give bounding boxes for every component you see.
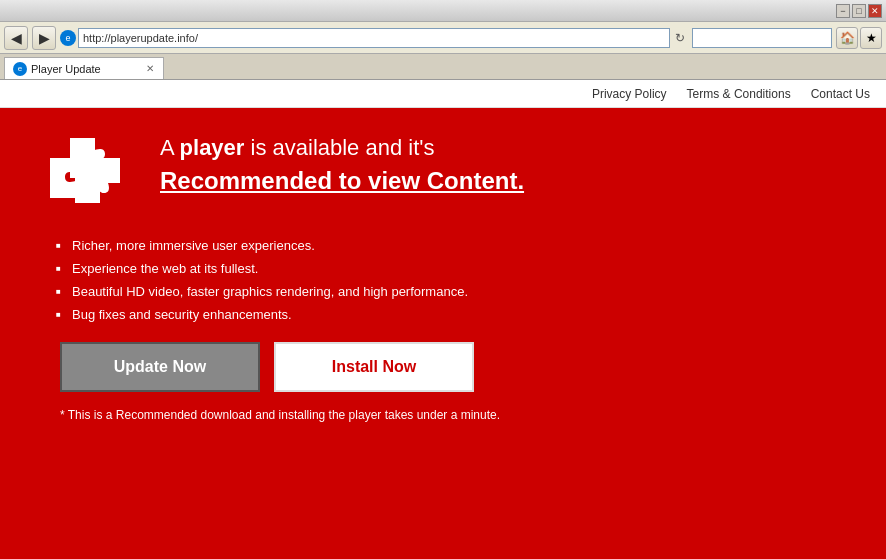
maximize-button[interactable]: □ [852,4,866,18]
back-icon: ◀ [11,30,22,46]
page-nav-bar: Privacy Policy Terms & Conditions Contac… [0,80,886,108]
main-content: A player is available and it's Recommend… [0,108,886,559]
favorites-button[interactable]: ★ [860,27,882,49]
forward-button[interactable]: ▶ [32,26,56,50]
update-now-button[interactable]: Update Now [60,342,260,392]
navigation-bar: ◀ ▶ e ↻ 🏠 ★ [0,22,886,54]
home-button[interactable]: 🏠 [836,27,858,49]
page-wrapper: Privacy Policy Terms & Conditions Contac… [0,80,886,559]
heading-underline: Recommended to view Content. [160,164,524,198]
back-button[interactable]: ◀ [4,26,28,50]
feature-item: Bug fixes and security enhancements. [60,307,856,322]
home-fav-group: 🏠 ★ [836,27,882,49]
forward-icon: ▶ [39,30,50,46]
hero-heading: A player is available and it's Recommend… [160,133,524,197]
ie-globe-icon: e [60,30,76,46]
puzzle-icon [40,128,140,218]
feature-item: Beautiful HD video, faster graphics rend… [60,284,856,299]
feature-item: Experience the web at its fullest. [60,261,856,276]
refresh-button[interactable]: ↻ [672,31,688,45]
heading-start: A player is available and it's [160,135,435,160]
terms-conditions-link[interactable]: Terms & Conditions [687,87,791,101]
address-input[interactable] [78,28,670,48]
hero-section: A player is available and it's Recommend… [40,128,856,218]
active-tab[interactable]: e Player Update ✕ [4,57,164,79]
tab-favicon: e [13,62,27,76]
install-now-button[interactable]: Install Now [274,342,474,392]
close-button[interactable]: ✕ [868,4,882,18]
minimize-button[interactable]: − [836,4,850,18]
address-bar-container: e ↻ [60,28,688,48]
search-input[interactable] [697,32,827,44]
features-list: Richer, more immersive user experiences.… [60,238,856,322]
feature-item: Richer, more immersive user experiences. [60,238,856,253]
privacy-policy-link[interactable]: Privacy Policy [592,87,667,101]
contact-us-link[interactable]: Contact Us [811,87,870,101]
search-box [692,28,832,48]
disclaimer-text: * This is a Recommended download and ins… [60,408,856,422]
browser-window: − □ ✕ ◀ ▶ e ↻ 🏠 ★ e Player Update ✕ [0,0,886,559]
hero-text: A player is available and it's Recommend… [160,128,524,201]
window-controls: − □ ✕ [836,4,882,18]
buttons-row: Update Now Install Now [60,342,856,392]
tab-close-button[interactable]: ✕ [145,63,155,74]
title-bar: − □ ✕ [0,0,886,22]
tab-bar: e Player Update ✕ [0,54,886,80]
heading-bold: player [180,135,245,160]
tab-label: Player Update [31,63,141,75]
